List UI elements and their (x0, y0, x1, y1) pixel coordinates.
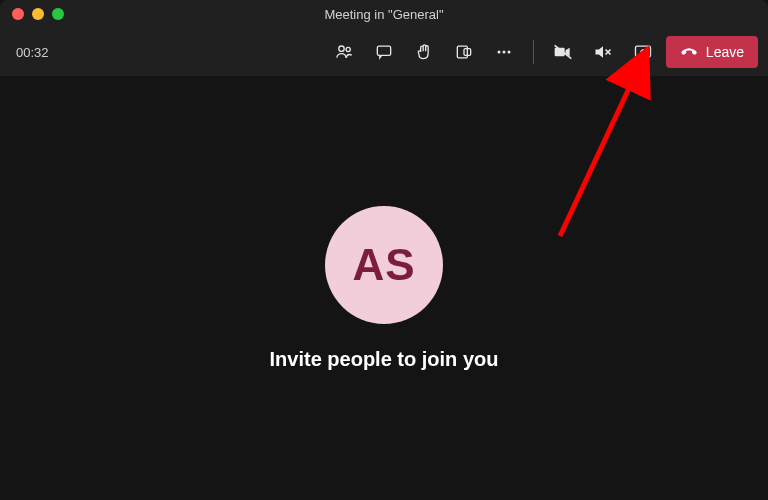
ellipsis-icon (494, 42, 514, 62)
camera-toggle-button[interactable] (546, 35, 580, 69)
minimize-window-button[interactable] (32, 8, 44, 20)
avatar-initials: AS (352, 240, 415, 290)
svg-rect-2 (377, 46, 390, 55)
meeting-stage: AS Invite people to join you (0, 76, 768, 500)
close-window-button[interactable] (12, 8, 24, 20)
svg-point-7 (507, 51, 510, 54)
svg-point-6 (502, 51, 505, 54)
people-icon (334, 42, 354, 62)
more-actions-button[interactable] (487, 35, 521, 69)
rooms-button[interactable] (447, 35, 481, 69)
svg-point-0 (339, 46, 344, 51)
chat-icon (374, 42, 394, 62)
participant-avatar: AS (325, 206, 443, 324)
hand-icon (414, 42, 434, 62)
chat-button[interactable] (367, 35, 401, 69)
invite-prompt: Invite people to join you (270, 348, 499, 371)
audio-toggle-button[interactable] (586, 35, 620, 69)
leave-button[interactable]: Leave (666, 36, 758, 68)
toolbar-divider (533, 40, 534, 64)
camera-off-icon (553, 42, 573, 62)
svg-line-9 (560, 54, 645, 236)
call-timer: 00:32 (16, 45, 49, 60)
svg-rect-3 (457, 46, 467, 58)
rooms-icon (454, 42, 474, 62)
svg-point-5 (497, 51, 500, 54)
share-screen-icon (633, 42, 653, 62)
leave-button-label: Leave (706, 44, 744, 60)
meeting-toolbar: 00:32 (0, 28, 768, 76)
window-titlebar: Meeting in "General" (0, 0, 768, 28)
share-screen-button[interactable] (626, 35, 660, 69)
speaker-muted-icon (593, 42, 613, 62)
svg-point-1 (346, 47, 350, 51)
hangup-icon (680, 43, 698, 61)
window-controls (0, 8, 64, 20)
maximize-window-button[interactable] (52, 8, 64, 20)
raise-hand-button[interactable] (407, 35, 441, 69)
window-title: Meeting in "General" (0, 7, 768, 22)
participants-button[interactable] (327, 35, 361, 69)
